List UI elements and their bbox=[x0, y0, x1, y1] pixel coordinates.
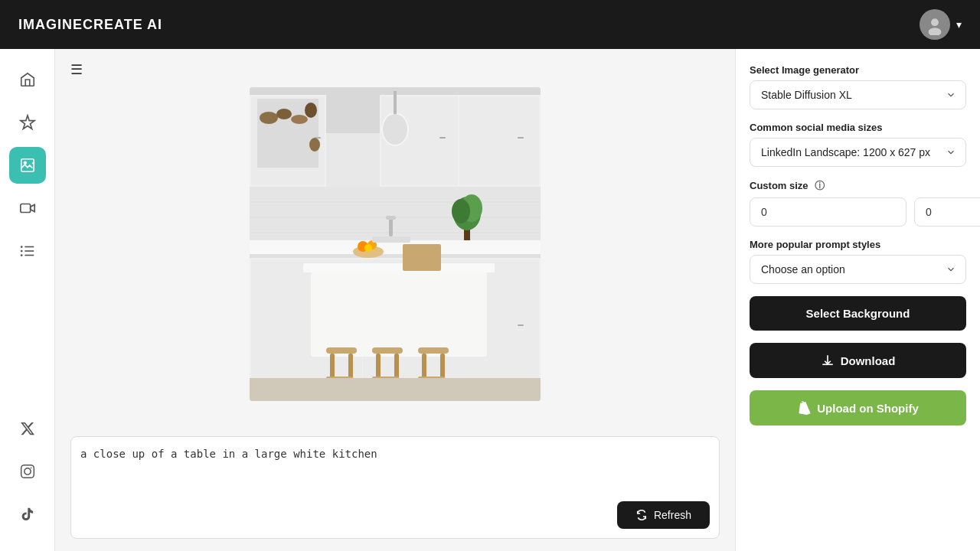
svg-rect-33 bbox=[394, 91, 397, 114]
app-logo: IMAGINECREATE AI bbox=[18, 17, 162, 33]
chevron-down-icon: ▾ bbox=[956, 18, 962, 31]
prompt-area: a close up of a table in a large white k… bbox=[70, 436, 720, 539]
prompt-styles-section: More popular prompt styles Choose an opt… bbox=[750, 239, 966, 284]
download-button[interactable]: Download bbox=[750, 343, 966, 378]
svg-rect-59 bbox=[386, 216, 396, 220]
content-area: ☰ bbox=[55, 49, 980, 551]
prompt-styles-select[interactable]: Choose an option Photorealistic Artistic bbox=[750, 255, 966, 284]
image-generator-select[interactable]: Stable Diffusion XL Stable Diffusion DAL… bbox=[750, 80, 966, 109]
custom-size-label: Custom size ⓘ bbox=[750, 179, 966, 193]
svg-point-29 bbox=[305, 103, 317, 118]
svg-rect-69 bbox=[418, 347, 449, 354]
prompt-input[interactable]: a close up of a table in a large white k… bbox=[80, 446, 710, 492]
svg-rect-58 bbox=[389, 217, 393, 236]
image-container bbox=[70, 87, 720, 427]
main-layout: ☰ bbox=[0, 49, 980, 551]
svg-point-10 bbox=[20, 250, 22, 253]
svg-rect-22 bbox=[459, 96, 539, 185]
right-panel: Select Image generator Stable Diffusion … bbox=[735, 49, 980, 551]
svg-point-26 bbox=[260, 112, 278, 124]
sidebar-item-tiktok[interactable] bbox=[9, 496, 46, 533]
svg-rect-67 bbox=[394, 354, 399, 380]
social-sizes-select[interactable]: LinkedIn Landscape: 1200 x 627 px Instag… bbox=[750, 138, 966, 167]
svg-point-11 bbox=[20, 254, 22, 256]
header: IMAGINECREATE AI ▾ bbox=[0, 0, 980, 49]
svg-rect-60 bbox=[372, 236, 410, 243]
svg-rect-5 bbox=[20, 204, 30, 213]
svg-rect-3 bbox=[21, 159, 34, 172]
prompt-styles-label: More popular prompt styles bbox=[750, 239, 966, 250]
menu-icon[interactable]: ☰ bbox=[70, 61, 92, 78]
svg-rect-12 bbox=[21, 465, 34, 478]
upload-shopify-button[interactable]: Upload on Shopify bbox=[750, 390, 966, 425]
svg-rect-71 bbox=[440, 354, 445, 380]
svg-rect-53 bbox=[403, 244, 441, 271]
refresh-button[interactable]: Refresh bbox=[617, 501, 710, 529]
image-generator-label: Select Image generator bbox=[750, 64, 966, 76]
svg-point-27 bbox=[276, 109, 292, 119]
svg-rect-66 bbox=[376, 354, 381, 380]
svg-rect-24 bbox=[518, 137, 524, 139]
custom-size-inputs bbox=[750, 197, 966, 227]
svg-point-57 bbox=[364, 244, 372, 252]
svg-point-52 bbox=[452, 199, 470, 223]
sidebar-item-twitter[interactable] bbox=[9, 410, 46, 447]
sidebar bbox=[0, 49, 55, 551]
select-background-button[interactable]: Select Background bbox=[750, 296, 966, 331]
svg-point-4 bbox=[24, 161, 26, 164]
svg-rect-73 bbox=[250, 378, 541, 401]
svg-rect-46 bbox=[518, 324, 524, 326]
svg-rect-63 bbox=[348, 354, 353, 380]
svg-rect-48 bbox=[311, 272, 487, 357]
svg-point-32 bbox=[383, 114, 407, 145]
social-sizes-section: Common social media sizes LinkedIn Lands… bbox=[750, 122, 966, 167]
download-icon bbox=[821, 354, 835, 367]
svg-rect-39 bbox=[250, 254, 541, 258]
svg-point-1 bbox=[931, 18, 939, 26]
svg-point-28 bbox=[291, 115, 308, 124]
svg-point-14 bbox=[30, 468, 31, 469]
sidebar-item-video[interactable] bbox=[9, 190, 46, 227]
sidebar-bottom bbox=[9, 410, 46, 539]
sidebar-item-magic[interactable] bbox=[9, 104, 46, 141]
sidebar-item-image-generate[interactable] bbox=[9, 147, 46, 184]
svg-point-9 bbox=[20, 246, 22, 248]
custom-height-input[interactable] bbox=[914, 197, 980, 227]
custom-width-input[interactable] bbox=[750, 197, 906, 227]
canvas-area: ☰ bbox=[55, 49, 735, 551]
custom-size-info-icon: ⓘ bbox=[815, 180, 825, 191]
sidebar-item-instagram[interactable] bbox=[9, 453, 46, 490]
svg-rect-23 bbox=[439, 137, 446, 139]
sidebar-item-list[interactable] bbox=[9, 233, 46, 269]
shopify-icon bbox=[797, 401, 811, 415]
refresh-icon bbox=[635, 509, 648, 521]
user-avatar-button[interactable]: ▾ bbox=[920, 9, 962, 40]
svg-rect-47 bbox=[303, 263, 495, 272]
generated-image bbox=[250, 87, 541, 401]
image-generator-section: Select Image generator Stable Diffusion … bbox=[750, 64, 966, 109]
svg-rect-61 bbox=[326, 347, 357, 354]
sidebar-item-home[interactable] bbox=[9, 61, 46, 98]
social-sizes-label: Common social media sizes bbox=[750, 122, 966, 133]
avatar bbox=[920, 9, 950, 40]
svg-rect-65 bbox=[372, 347, 403, 354]
prompt-actions: Refresh bbox=[80, 501, 710, 529]
custom-size-section: Custom size ⓘ bbox=[750, 179, 966, 227]
svg-point-30 bbox=[309, 138, 320, 152]
svg-point-13 bbox=[24, 468, 30, 474]
svg-rect-70 bbox=[422, 354, 426, 380]
svg-rect-62 bbox=[330, 354, 335, 380]
